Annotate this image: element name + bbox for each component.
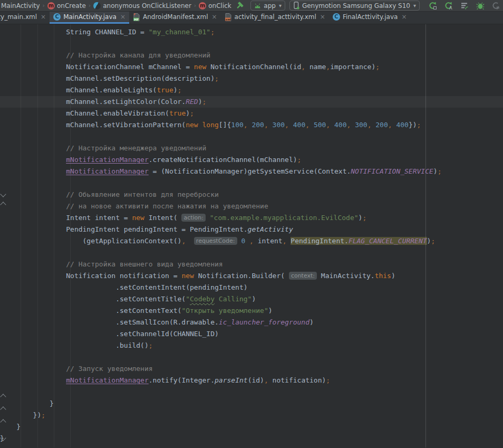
close-icon[interactable]: × xyxy=(120,13,125,21)
code-token xyxy=(330,121,334,129)
code-token: Intent intent = xyxy=(0,214,132,222)
code-line[interactable]: mNotificationManager = (NotificationMana… xyxy=(0,166,503,177)
breadcrumb-item-oncreate[interactable]: m onCreate xyxy=(47,2,86,9)
code-line[interactable]: mChannel.setVibrationPattern(new long[]{… xyxy=(0,119,503,131)
attach-debugger-icon xyxy=(476,2,485,10)
code-token: , xyxy=(249,237,254,245)
code-line[interactable] xyxy=(0,351,503,363)
close-icon[interactable]: × xyxy=(401,13,407,21)
code-line[interactable]: // Настройка менеджера уведомлений xyxy=(0,142,503,154)
code-line[interactable]: } xyxy=(0,398,503,409)
code-token: 200 xyxy=(375,121,388,129)
code-token: FLAG_CANCEL_CURRENT xyxy=(349,237,427,245)
java-class-icon: C xyxy=(53,13,61,21)
code-line[interactable] xyxy=(0,177,503,189)
code-line[interactable]: String CHANNEL_ID = "my_channel_01"; xyxy=(0,26,503,38)
tab-androidmanifest-xml[interactable]: MF AndroidManifest.xml × xyxy=(129,12,221,24)
code-line[interactable]: Intent intent = new Intent( action: "com… xyxy=(0,212,503,224)
code-line[interactable]: // Обьявление интентов для переброски xyxy=(0,189,503,201)
build-button[interactable] xyxy=(234,1,245,11)
device-select[interactable]: Genymotion Samsung Galaxy S10 ▾ xyxy=(289,1,420,11)
code-line[interactable]: mChannel.enableLights(true); xyxy=(0,84,503,96)
tab-mainactivity-java[interactable]: C MainActivity.java × xyxy=(50,12,129,24)
code-line[interactable]: mNotificationManager.createNotificationC… xyxy=(0,154,503,166)
code-token: String CHANNEL_ID = xyxy=(0,28,149,36)
code-line[interactable] xyxy=(0,247,503,259)
code-line[interactable]: mChannel.setDescription(description); xyxy=(0,73,503,84)
code-line[interactable]: } xyxy=(0,421,503,433)
code-line[interactable]: mChannel.enableVibration(true); xyxy=(0,108,503,119)
code-token: "my_channel_01" xyxy=(149,28,210,36)
code-token: 100 xyxy=(231,121,243,129)
breadcrumb-item-onclick[interactable]: m onClick xyxy=(199,2,231,9)
profile-app-icon xyxy=(492,2,500,10)
profiler-icon xyxy=(460,2,469,10)
code-token: true xyxy=(169,109,186,117)
code-editor[interactable]: String CHANNEL_ID = "my_channel_01"; // … xyxy=(0,24,503,447)
code-token: ) xyxy=(198,98,202,106)
code-line[interactable]: .setContentTitle("Codeby Calling") xyxy=(0,293,503,305)
apply-code-changes-button[interactable]: A xyxy=(443,1,454,11)
code-line[interactable] xyxy=(0,131,503,142)
attach-debugger-button[interactable] xyxy=(475,1,486,11)
code-token: long xyxy=(202,121,219,129)
code-token: mNotificationManager xyxy=(66,167,149,175)
code-line[interactable]: .setChannelId(CHANNEL_ID) xyxy=(0,328,503,340)
navigation-toolbar: MainActivity › m onCreate › anonymous On… xyxy=(0,0,503,12)
close-icon[interactable]: × xyxy=(41,13,46,21)
code-token: 400 xyxy=(293,121,305,129)
code-token: new xyxy=(186,121,198,129)
chevron-down-icon: ▾ xyxy=(413,3,416,8)
close-icon[interactable]: × xyxy=(320,13,325,21)
code-line[interactable]: }); xyxy=(0,409,503,421)
code-token: (getApplicationContext() xyxy=(0,237,181,245)
code-line[interactable]: mChannel.setLightColor(Color.RED); xyxy=(0,96,503,108)
code-token: new xyxy=(181,272,194,280)
code-token: NotificationChannel(id xyxy=(206,63,301,71)
tab-activity-final-acttivity-xml[interactable]: xml activity_final_acttivity.xml × xyxy=(221,12,329,24)
code-line[interactable]: // Настройка внешнего вида уведомления xyxy=(0,259,503,270)
breadcrumb-separator: › xyxy=(89,2,91,9)
breadcrumb-label: onClick xyxy=(208,2,231,9)
tab-finalacttivity-java[interactable]: C FinalActtivity.java × xyxy=(329,12,411,24)
code-token: notification) xyxy=(268,376,326,384)
code-line[interactable]: Notification notification = new Notifica… xyxy=(0,270,503,282)
code-token: ) xyxy=(268,307,273,314)
code-token: ) xyxy=(252,295,256,303)
parameter-hint: action: xyxy=(181,214,206,222)
tab-activity-main-xml[interactable]: ity_main.xml × xyxy=(0,12,50,24)
code-line[interactable]: // Настройка канала для уведомлений xyxy=(0,50,503,61)
code-token: ; xyxy=(190,109,194,117)
profiler-button[interactable] xyxy=(459,1,470,11)
close-icon[interactable]: × xyxy=(212,13,217,21)
chevron-down-icon: ▾ xyxy=(279,3,282,8)
breadcrumb-item-anonymous-class[interactable]: anonymous OnClickListener xyxy=(93,2,191,9)
code-line[interactable]: PendingIntent pendingIntent = PendingInt… xyxy=(0,224,503,235)
code-line[interactable]: .setContentIntent(pendingIntent) xyxy=(0,282,503,293)
code-token: ; xyxy=(297,156,302,164)
method-icon: m xyxy=(199,2,206,9)
code-line[interactable]: // Запуск уведомления xyxy=(0,363,503,375)
indent-guide xyxy=(70,24,71,447)
code-line[interactable]: .setContentText("Открыть уведомление") xyxy=(0,305,503,317)
code-line[interactable]: } xyxy=(0,433,503,444)
code-line[interactable] xyxy=(0,38,503,50)
code-token: ) xyxy=(433,167,438,175)
code-token: , xyxy=(264,376,268,384)
code-line[interactable]: (getApplicationContext(), requestCode: 0… xyxy=(0,235,503,247)
code-line[interactable]: .setSmallIcon(R.drawable.ic_launcher_for… xyxy=(0,317,503,328)
code-token: , xyxy=(305,121,309,129)
code-line[interactable]: .build(); xyxy=(0,340,503,351)
code-area[interactable]: String CHANNEL_ID = "my_channel_01"; // … xyxy=(0,24,503,444)
code-line[interactable]: NotificationChannel mChannel = new Notif… xyxy=(0,61,503,73)
code-token xyxy=(198,121,202,129)
code-token: }) xyxy=(409,121,417,129)
run-configuration-select[interactable]: app ▾ xyxy=(250,1,285,11)
apply-changes-button[interactable] xyxy=(427,1,439,11)
code-line[interactable] xyxy=(0,386,503,398)
code-line[interactable]: // на новое активити после нажатия на ув… xyxy=(0,201,503,212)
profile-app-button[interactable] xyxy=(490,1,502,11)
code-line[interactable]: mNotificationManager.notify(Integer.pars… xyxy=(0,375,503,386)
breadcrumb-item-class[interactable]: MainActivity xyxy=(1,2,40,9)
code-token: ; xyxy=(375,63,380,71)
